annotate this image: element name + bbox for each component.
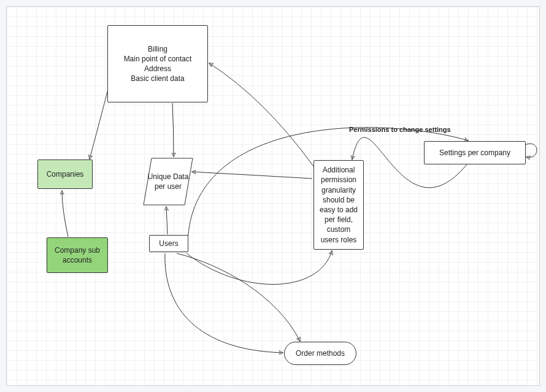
node-unique-data-per-user[interactable]: Unique Data per user	[143, 158, 193, 206]
node-order-methods[interactable]: Order methods	[284, 342, 356, 365]
node-billing[interactable]: Billing Main point of contact Address Ba…	[107, 25, 208, 102]
node-unique-data-label: Unique Data per user	[143, 172, 193, 191]
node-company-sub-accounts[interactable]: Company sub accounts	[47, 237, 108, 273]
diagram-frame: Billing Main point of contact Address Ba…	[0, 0, 546, 392]
node-companies[interactable]: Companies	[37, 159, 93, 189]
node-settings-per-company[interactable]: Settings per company	[424, 141, 526, 164]
edge-label-permissions: Permissions to change settings	[349, 126, 451, 133]
node-users[interactable]: Users	[149, 235, 188, 252]
diagram-canvas[interactable]: Billing Main point of contact Address Ba…	[6, 6, 540, 386]
node-additional-permission[interactable]: Additional permission granularity should…	[313, 160, 364, 250]
edges-layer	[7, 7, 540, 386]
